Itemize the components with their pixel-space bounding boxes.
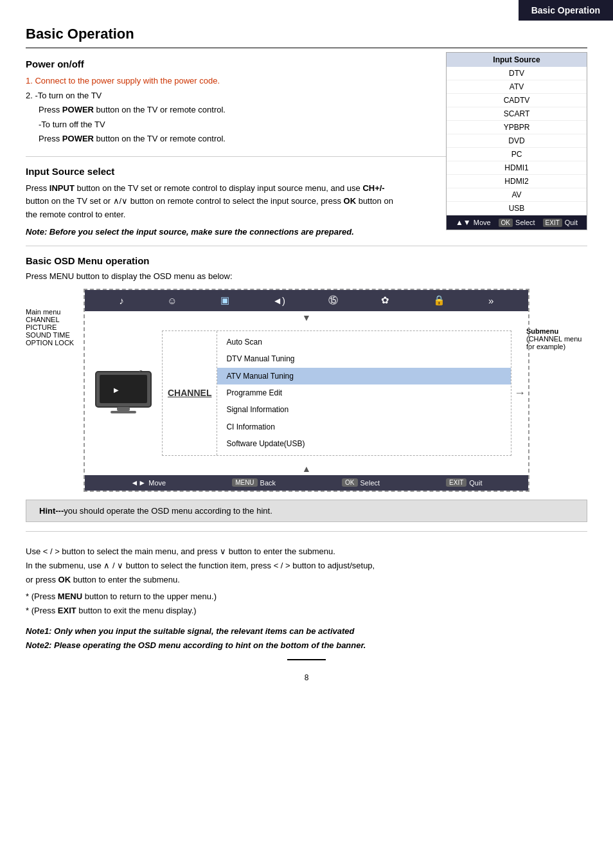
submenu-items-list: Auto Scan DTV Manual Tuning ATV Manual T… xyxy=(217,331,511,455)
channel-label-area: CHANNEL xyxy=(163,331,217,455)
menu-icon-settings: ✿ xyxy=(381,294,389,306)
submenu-item-software-update: Software Update(USB) xyxy=(217,435,511,452)
input-source-text: Press INPUT button on the TV set or remo… xyxy=(26,182,398,222)
ok-btn-label: OK xyxy=(342,478,357,487)
submenu-item-autoscan: Auto Scan xyxy=(217,334,511,350)
submenu-item-signal-info: Signal Information xyxy=(217,401,511,418)
submenu-item-ci-info: CI Information xyxy=(217,419,511,435)
input-source-item-dtv[interactable]: DTV xyxy=(447,67,587,80)
right-arrow: → xyxy=(511,324,528,462)
menu-icon-screen: ▣ xyxy=(220,294,229,306)
main-menu-sound: SOUND xyxy=(26,331,51,339)
bottom-line3: or press OK button to enter the submenu. xyxy=(26,573,587,587)
bottom-back: MENU Back xyxy=(232,478,276,487)
page-number: 8 xyxy=(26,673,587,682)
hint-prefix: Hint--- xyxy=(39,506,64,516)
osd-content-row: ▶ CHANNEL Auto xyxy=(85,324,528,462)
bottom-line1: Use < / > button to select the main menu… xyxy=(26,545,587,559)
exit-btn-label: EXIT xyxy=(446,478,466,487)
submenu-outer-label: Submenu (CHANNEL menu for example) xyxy=(526,327,587,350)
submenu-item-atv-manual: ATV Manual Tuning xyxy=(217,368,511,384)
quit-text: Quit xyxy=(469,479,482,487)
bottom-select: OK Select xyxy=(342,478,380,487)
main-menu-option: OPTION xyxy=(26,339,53,347)
input-source-item-cadtv[interactable]: CADTV xyxy=(447,94,587,107)
input-source-item-scart[interactable]: SCART xyxy=(447,107,587,121)
osd-diagram-inner: ♪ ☺ ▣ ◄) ⑮ ✿ 🔒 » ▼ xyxy=(85,290,528,491)
tv-panel: ▶ xyxy=(85,324,162,462)
submenu-area: CHANNEL Auto Scan DTV Manual Tuning ATV … xyxy=(162,330,511,456)
input-source-select-heading: Input Source select xyxy=(26,166,587,177)
input-source-item-dvd[interactable]: DVD xyxy=(447,134,587,148)
up-arrow: ▲ xyxy=(85,464,528,474)
input-source-header: Input Source xyxy=(447,53,587,67)
icons-row: ♪ ☺ ▣ ◄) ⑮ ✿ 🔒 » xyxy=(85,290,528,311)
bottom-bullet1: * (Press MENU button to return to the up… xyxy=(26,590,587,604)
move-arrow-icon: ◄► xyxy=(130,478,146,487)
hint-banner: Hint---you should operate the OSD menu a… xyxy=(26,500,587,522)
bottom-line2: In the submenu, use ∧ / ∨ button to sele… xyxy=(26,559,587,573)
move-text: Move xyxy=(148,479,166,487)
bottom-bullet2: * (Press EXIT button to exit the menu di… xyxy=(26,604,587,618)
osd-intro-text: Press MENU button to display the OSD men… xyxy=(26,271,587,281)
input-source-item-pc[interactable]: PC xyxy=(447,148,587,161)
menu-icon-clock: ⑮ xyxy=(328,294,338,307)
main-menu-picture: PICTURE xyxy=(26,323,57,331)
bottom-text: Use < / > button to select the main menu… xyxy=(26,545,587,653)
main-menu-lock: LOCK xyxy=(55,339,74,347)
main-menu-outer-label: Main menu CHANNEL PICTURE SOUND TIME OPT… xyxy=(26,308,84,347)
svg-rect-4 xyxy=(111,411,136,413)
menu-icon-more: » xyxy=(488,295,493,306)
page-title: Basic Operation xyxy=(26,26,587,48)
menu-icon-face: ☺ xyxy=(167,295,177,306)
bottom-move: ◄► Move xyxy=(130,478,166,487)
osd-section: Basic OSD Menu operation Press MENU butt… xyxy=(26,255,587,532)
osd-heading: Basic OSD Menu operation xyxy=(26,255,587,266)
note2: Note2: Please operating the OSD menu acc… xyxy=(26,638,587,653)
input-source-note: Note: Before you select the input source… xyxy=(26,227,398,237)
svg-rect-1 xyxy=(100,375,147,403)
submenu-subtitle2: for example) xyxy=(526,343,565,350)
menu-icon-sound: ◄) xyxy=(272,295,285,306)
osd-diagram: ♪ ☺ ▣ ◄) ⑮ ✿ 🔒 » ▼ xyxy=(84,289,529,492)
main-menu-title: Main menu xyxy=(26,308,84,316)
bottom-quit: EXIT Quit xyxy=(446,478,482,487)
power-section: Power on/off Input Source DTV ATV CADTV … xyxy=(26,59,587,157)
osd-bottom-bar: ◄► Move MENU Back OK Select xyxy=(85,475,528,491)
menu-btn-label: MENU xyxy=(232,478,257,487)
input-source-item-atv[interactable]: ATV xyxy=(447,80,587,94)
page-divider xyxy=(287,659,326,660)
back-text: Back xyxy=(260,479,276,487)
submenu-item-dtv-manual: DTV Manual Tuning xyxy=(217,350,511,367)
channel-label: CHANNEL xyxy=(168,388,211,398)
note1: Note1: Only when you input the suitable … xyxy=(26,624,587,638)
svg-rect-3 xyxy=(117,407,130,411)
submenu-title: Submenu xyxy=(526,327,587,335)
menu-icon-music: ♪ xyxy=(120,295,125,306)
select-text: Select xyxy=(360,479,380,487)
hint-text: you should operate the OSD menu accordin… xyxy=(64,506,272,516)
input-source-item-ypbpr[interactable]: YPBPR xyxy=(447,121,587,134)
svg-text:▶: ▶ xyxy=(114,386,119,393)
input-source-select-section: Input Source select Press INPUT button o… xyxy=(26,166,587,246)
osd-diagram-center: ♪ ☺ ▣ ◄) ⑮ ✿ 🔒 » ▼ xyxy=(84,289,529,492)
tv-graphic: ▶ xyxy=(94,370,152,415)
osd-diagram-wrapper: Main menu CHANNEL PICTURE SOUND TIME OPT… xyxy=(26,289,587,492)
header-tab: Basic Operation xyxy=(519,0,613,21)
submenu-item-programme-edit: Programme Edit xyxy=(217,384,511,401)
down-arrow: ▼ xyxy=(85,312,528,323)
bottom-notes: Note1: Only when you input the suitable … xyxy=(26,624,587,653)
main-menu-time: TIME xyxy=(53,331,70,339)
submenu-subtitle: (CHANNEL menu xyxy=(526,335,582,343)
main-menu-channel: CHANNEL xyxy=(26,316,59,323)
menu-icon-lock: 🔒 xyxy=(433,294,445,306)
